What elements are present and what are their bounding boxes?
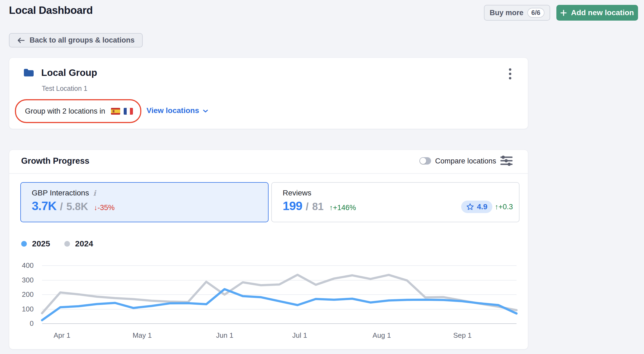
buy-more-label: Buy more <box>490 9 524 17</box>
view-locations-link[interactable]: View locations <box>146 105 208 117</box>
filters-button[interactable] <box>500 155 513 166</box>
legend-item-2025[interactable]: 2025 <box>21 239 50 248</box>
back-button[interactable]: Back to all groups & locations <box>9 33 143 47</box>
legend-label-2024: 2024 <box>75 239 93 248</box>
x-axis-label: Jun 1 <box>207 331 242 340</box>
growth-progress-title: Growth Progress <box>21 156 90 166</box>
annotation-highlight: Group with 2 locations in <box>15 99 141 123</box>
info-icon[interactable]: i <box>93 189 96 197</box>
legend-label-2025: 2025 <box>32 239 50 248</box>
y-axis-label: 100 <box>10 305 34 313</box>
group-subtitle: Test Location 1 <box>42 85 87 92</box>
chart-canvas <box>42 266 517 324</box>
y-axis-label: 200 <box>10 290 34 299</box>
card-header-divider <box>9 173 528 174</box>
reviews-tile[interactable]: Reviews 199 / 81 ↑+146% 4.9 ↑+0.3 <box>271 182 519 222</box>
rating-value: 4.9 <box>477 202 487 211</box>
legend-item-2024[interactable]: 2024 <box>64 239 93 248</box>
line-series-2025 <box>42 289 517 320</box>
y-axis-label: 300 <box>10 276 34 284</box>
back-button-label: Back to all groups & locations <box>30 36 135 44</box>
gbp-interactions-label: GBP Interactions <box>32 189 89 197</box>
x-axis-label: Sep 1 <box>445 331 480 340</box>
view-locations-label: View locations <box>146 106 199 115</box>
compare-locations-toggle[interactable] <box>419 157 431 165</box>
add-new-location-button[interactable]: Add new location <box>556 5 638 21</box>
group-locations-text: Group with 2 locations in <box>25 107 105 115</box>
reviews-change-badge: ↑+146% <box>329 204 356 212</box>
page-title: Local Dashboard <box>9 4 93 16</box>
gbp-values: 3.7K / 5.8K ↓-35% <box>32 199 114 213</box>
y-axis-label: 400 <box>10 261 34 270</box>
value-separator: / <box>60 201 63 213</box>
group-title: Local Group <box>41 67 97 78</box>
sliders-icon <box>500 156 513 166</box>
gbp-change-badge: ↓-35% <box>94 204 115 212</box>
chevron-down-icon <box>203 110 208 113</box>
gbp-current-value: 3.7K <box>32 199 56 213</box>
value-separator: / <box>306 201 309 213</box>
reviews-previous-value: 81 <box>312 201 324 213</box>
gbp-interactions-tile[interactable]: GBP Interactions i 3.7K / 5.8K ↓-35% <box>20 182 269 222</box>
x-axis-label: May 1 <box>125 331 160 340</box>
x-axis-label: Aug 1 <box>364 331 399 340</box>
spain-flag-icon <box>111 108 120 115</box>
line-series-2024 <box>42 275 517 313</box>
legend-dot-2025 <box>21 241 27 247</box>
reviews-current-value: 199 <box>283 199 302 213</box>
plus-icon <box>560 10 567 16</box>
arrow-left-icon <box>17 37 25 44</box>
reviews-values: 199 / 81 ↑+146% <box>283 199 356 213</box>
gbp-previous-value: 5.8K <box>66 201 88 213</box>
legend-dot-2024 <box>64 241 70 247</box>
y-axis-label: 0 <box>10 319 34 328</box>
buy-more-button[interactable]: Buy more 6/6 <box>484 5 550 21</box>
add-new-location-label: Add new location <box>571 8 634 17</box>
more-options-button[interactable] <box>503 66 517 81</box>
chart-legend: 2025 2024 <box>21 239 93 248</box>
rating-change: ↑+0.3 <box>495 203 513 211</box>
france-flag-icon <box>124 108 133 115</box>
rating-badge: 4.9 <box>461 201 492 213</box>
x-axis-label: Jul 1 <box>282 331 317 340</box>
buy-more-quota-badge: 6/6 <box>527 8 544 18</box>
toggle-knob <box>420 158 426 164</box>
folder-icon <box>23 68 34 78</box>
star-icon <box>466 203 474 211</box>
x-axis-label: Apr 1 <box>44 331 79 340</box>
compare-locations-label: Compare locations <box>435 157 496 165</box>
reviews-label: Reviews <box>283 189 311 197</box>
